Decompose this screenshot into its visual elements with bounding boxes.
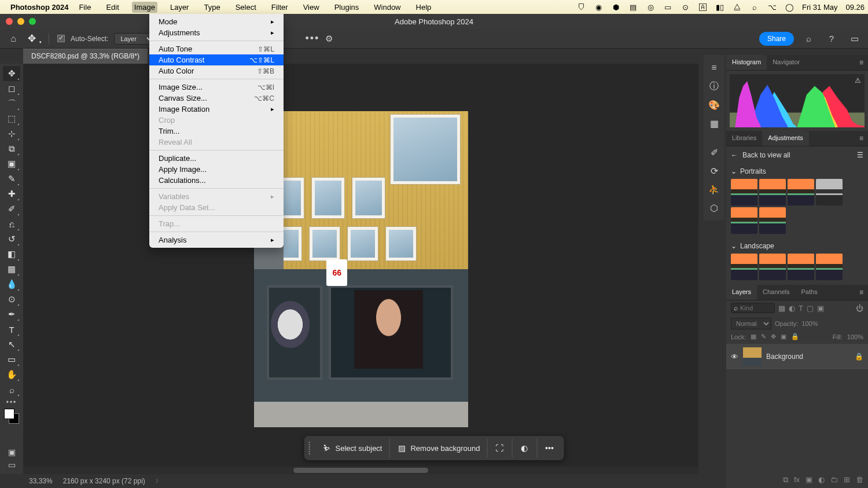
tool-pen[interactable]: ✒ — [3, 307, 20, 322]
color-swatches[interactable] — [4, 409, 19, 424]
menu-filter[interactable]: Filter — [269, 2, 290, 13]
shield-icon[interactable]: ⛉ — [576, 2, 586, 12]
menu-plugins[interactable]: Plugins — [332, 2, 362, 13]
tool-crop[interactable]: ⧉ — [3, 141, 20, 156]
lock-all-icon[interactable]: 🔒 — [791, 333, 799, 340]
adjustments-back[interactable]: ← Back to view all ☰ — [726, 146, 868, 164]
menuitem-calculations[interactable]: Calculations... — [149, 175, 284, 186]
target-icon[interactable]: ◎ — [646, 2, 655, 12]
tab-adjustments[interactable]: Adjustments — [762, 131, 809, 146]
menu-window[interactable]: Window — [372, 2, 403, 13]
panel-char-icon[interactable]: ⛹ — [706, 181, 722, 197]
tool-zoom[interactable]: ⌕ — [3, 382, 20, 397]
layer-name[interactable]: Background — [766, 353, 803, 361]
tool-type[interactable]: T — [3, 322, 20, 337]
tool-dodge[interactable]: ⊙ — [3, 292, 20, 307]
menu-type[interactable]: Type — [201, 2, 222, 13]
search-icon[interactable]: ⌕ — [750, 2, 759, 12]
panel-properties-icon[interactable]: ≡ — [706, 60, 722, 76]
lock-icon[interactable]: 🔒 — [855, 353, 863, 361]
fx-icon[interactable]: fx — [794, 475, 800, 485]
menuitem-auto-contrast[interactable]: Auto Contrast⌥⇧⌘L — [149, 54, 284, 65]
menuitem-auto-tone[interactable]: Auto Tone⇧⌘L — [149, 43, 284, 54]
preset-thumb[interactable] — [816, 179, 843, 206]
search-bar-icon[interactable]: ⌕ — [800, 34, 817, 43]
lock-paint-icon[interactable]: ✎ — [761, 333, 766, 340]
panel-swatches-icon[interactable]: ▦ — [706, 115, 722, 131]
adj-section-landscape[interactable]: ⌄Landscape — [726, 239, 868, 254]
tab-channels[interactable]: Channels — [757, 285, 795, 300]
menu-file[interactable]: File — [76, 2, 93, 13]
doc-dimensions[interactable]: 2160 px x 3240 px (72 ppi) — [63, 477, 145, 485]
filter-smart-icon[interactable]: ▣ — [817, 304, 824, 313]
menuitem-image-rotation[interactable]: Image Rotation — [149, 104, 284, 115]
tab-layers[interactable]: Layers — [726, 285, 757, 300]
filter-type-icon[interactable]: T — [799, 304, 803, 313]
preset-thumb[interactable] — [759, 179, 786, 206]
doc-icon[interactable]: ▤ — [628, 2, 638, 12]
group-icon[interactable]: 🗀 — [830, 475, 838, 485]
minimize-window-button[interactable] — [17, 18, 24, 25]
fill-value[interactable]: 100% — [847, 333, 863, 340]
menuitem-trim[interactable]: Trim... — [149, 126, 284, 137]
menu-layer[interactable]: Layer — [168, 2, 192, 13]
tool-frame[interactable]: ▣ — [3, 156, 20, 171]
more-options-icon[interactable]: ••• — [305, 32, 319, 45]
preset-thumb[interactable] — [788, 254, 814, 280]
adjustment-layer-icon[interactable]: ◐ — [818, 475, 825, 485]
tab-histogram[interactable]: Histogram — [726, 55, 767, 70]
filter-shape-icon[interactable]: ▢ — [807, 304, 814, 313]
panel-menu-icon[interactable]: ≡ — [855, 55, 868, 70]
tool-eraser[interactable]: ◧ — [3, 247, 20, 262]
drag-handle-icon[interactable] — [309, 442, 312, 454]
tool-brush[interactable]: ✐ — [3, 201, 20, 217]
layer-thumbnail[interactable] — [743, 347, 762, 366]
menu-image[interactable]: Image — [132, 2, 157, 13]
tool-marquee[interactable]: ◻ — [3, 81, 20, 96]
preset-thumb[interactable] — [788, 179, 814, 206]
tab-paths[interactable]: Paths — [796, 285, 823, 300]
select-subject-button[interactable]: ⛷Select subject — [315, 438, 390, 458]
filter-adjust-icon[interactable]: ◐ — [789, 304, 795, 313]
tool-edit-toolbar[interactable]: ••• — [6, 398, 17, 406]
status-caret-icon[interactable]: 〉 — [156, 478, 161, 485]
tool-blur[interactable]: 💧 — [3, 277, 20, 292]
siri-icon[interactable]: ◯ — [785, 2, 794, 12]
adj-section-portraits[interactable]: ⌄Portraits — [726, 164, 868, 179]
tool-gradient[interactable]: ▦ — [3, 262, 20, 277]
histogram-display[interactable]: ⚠ — [730, 74, 865, 127]
preset-thumb[interactable] — [816, 254, 843, 280]
new-layer-icon[interactable]: ⊞ — [844, 475, 850, 485]
preset-thumb[interactable] — [731, 254, 757, 280]
canvas-area[interactable]: 66 — [23, 64, 698, 474]
preset-thumb[interactable] — [759, 207, 786, 234]
lock-trans-icon[interactable]: ▦ — [751, 333, 756, 340]
panel-adjust-icon[interactable]: ⟳ — [706, 163, 722, 179]
preset-thumb[interactable] — [731, 179, 757, 206]
transform-icon[interactable]: ⛶ — [487, 438, 512, 458]
zoom-window-button[interactable] — [29, 18, 36, 25]
menu-app-name[interactable]: Photoshop 2024 — [10, 3, 68, 12]
current-tool-icon[interactable]: ✥ — [28, 32, 41, 45]
remove-background-button[interactable]: ▨Remove background — [389, 438, 487, 458]
list-icon[interactable]: ☰ — [857, 151, 863, 159]
auto-select-dropdown[interactable]: Layer — [114, 33, 155, 45]
cache-warning-icon[interactable]: ⚠ — [855, 76, 861, 85]
panel-menu-icon[interactable]: ≡ — [855, 285, 868, 300]
record-icon[interactable]: ◉ — [594, 2, 603, 12]
menu-help[interactable]: Help — [414, 2, 434, 13]
tool-hand[interactable]: ✋ — [3, 367, 20, 382]
panel-color-icon[interactable]: 🎨 — [706, 97, 722, 113]
tool-spot-heal[interactable]: ✚ — [3, 186, 20, 201]
opacity-value[interactable]: 100% — [801, 320, 818, 327]
filter-toggle[interactable]: ⏻ — [856, 304, 863, 313]
a-box-icon[interactable]: 🄰 — [698, 2, 707, 12]
panel-brush-icon[interactable]: ✐ — [706, 144, 722, 160]
layer-row-background[interactable]: 👁 Background 🔒 — [726, 344, 868, 369]
menuitem-analysis[interactable]: Analysis — [149, 234, 284, 245]
screenmode-icon[interactable]: ▭ — [5, 460, 18, 471]
lock-artboard-icon[interactable]: ▣ — [781, 333, 786, 340]
menuitem-canvas-size[interactable]: Canvas Size...⌥⌘C — [149, 93, 284, 104]
menuitem-apply-image[interactable]: Apply Image... — [149, 164, 284, 175]
preset-thumb[interactable] — [731, 207, 757, 234]
